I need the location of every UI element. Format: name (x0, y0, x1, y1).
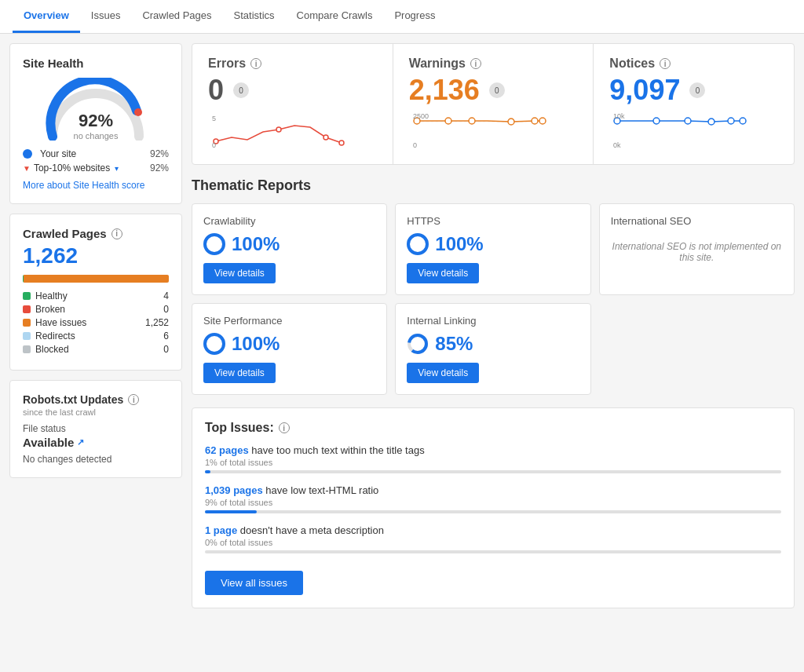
svg-text:0: 0 (413, 141, 417, 149)
crawled-pages-card: Crawled Pages i 1,262 Healthy 4 (9, 214, 182, 371)
top-navigation: Overview Issues Crawled Pages Statistics… (0, 0, 804, 34)
errors-badge: 0 (233, 82, 249, 98)
issue-bar-track-1 (205, 470, 781, 473)
svg-point-18 (685, 118, 691, 124)
more-about-health-link[interactable]: More about Site Health score (23, 180, 169, 191)
your-site-value: 92% (150, 148, 169, 159)
robots-card: Robots.txt Updates i since the last craw… (9, 380, 182, 478)
svg-point-0 (134, 108, 142, 116)
tab-crawled-pages[interactable]: Crawled Pages (131, 0, 222, 33)
robots-no-changes: No changes detected (23, 454, 169, 465)
top10-value: 92% (150, 163, 169, 173)
blocked-label: Blocked (35, 344, 69, 355)
https-view-details-btn[interactable]: View details (407, 263, 479, 283)
issue-sub-1: 1% of total issues (205, 458, 781, 467)
issues-dot (23, 319, 31, 327)
top10-dropdown-icon[interactable]: ▾ (115, 164, 119, 173)
redirects-dot (23, 332, 31, 340)
healthy-dot (23, 292, 31, 300)
right-column: Errors i 0 0 5 0 (192, 43, 795, 608)
warnings-metric: Warnings i 2,136 0 2500 0 (393, 44, 594, 164)
site-performance-title: Site Performance (203, 315, 375, 327)
svg-point-20 (728, 118, 734, 124)
crawl-blocked-row: Blocked 0 (23, 344, 169, 355)
top10-label: Top-10% websites (34, 163, 110, 173)
crawled-pages-info-icon[interactable]: i (111, 228, 122, 239)
notices-value: 9,097 (609, 74, 680, 107)
crawl-healthy-row: Healthy 4 (23, 290, 169, 301)
top10-arrow-icon: ▼ (23, 164, 31, 173)
view-all-issues-btn[interactable]: View all issues (205, 571, 303, 595)
issue-link-2[interactable]: 1,039 pages (205, 484, 263, 496)
svg-point-11 (508, 119, 514, 125)
gauge-percentage: 92% (74, 111, 119, 131)
intl-seo-note: International SEO is not implemented on … (611, 233, 783, 263)
errors-value: 0 (208, 74, 224, 107)
notices-badge: 0 (689, 82, 705, 98)
svg-point-12 (532, 118, 538, 124)
issue-sub-2: 9% of total issues (205, 498, 781, 507)
svg-point-17 (653, 118, 660, 124)
tab-overview[interactable]: Overview (13, 0, 80, 33)
svg-point-19 (708, 119, 714, 125)
crawl-broken-row: Broken 0 (23, 304, 169, 315)
internal-linking-view-details-btn[interactable]: View details (407, 363, 479, 383)
issue-text-2: 1,039 pages have low text-HTML ratio (205, 484, 781, 496)
robots-sub: since the last crawl (23, 407, 169, 417)
your-site-dot (23, 149, 32, 159)
warnings-info-icon[interactable]: i (470, 58, 481, 69)
issue-bar-track-3 (205, 550, 781, 553)
errors-info-icon[interactable]: i (250, 58, 261, 69)
crawlability-view-details-btn[interactable]: View details (203, 263, 276, 283)
robots-available: Available ↗ (23, 436, 169, 449)
warnings-title: Warnings i (409, 57, 578, 71)
issue-link-3[interactable]: 1 page (205, 524, 237, 536)
top-issues-info-icon[interactable]: i (279, 422, 290, 433)
svg-text:5: 5 (212, 115, 216, 122)
top-issues-section: Top Issues: i 62 pages have too much tex… (192, 407, 795, 608)
notices-chart: 10k 0k (609, 110, 751, 149)
svg-point-3 (323, 135, 328, 140)
healthy-label: Healthy (35, 290, 68, 301)
https-circle (407, 233, 429, 255)
site-performance-view-details-btn[interactable]: View details (203, 363, 276, 383)
report-site-performance: Site Performance 100% View details (192, 303, 387, 395)
tab-statistics[interactable]: Statistics (223, 0, 286, 33)
robots-info-icon[interactable]: i (128, 394, 139, 405)
issue-row-2: 1,039 pages have low text-HTML ratio 9% … (205, 484, 781, 513)
issue-text-3: 1 page doesn't have a meta description (205, 524, 781, 536)
svg-point-10 (469, 118, 475, 124)
gauge-container: 92% no changes (23, 78, 169, 141)
errors-metric: Errors i 0 0 5 0 (192, 44, 393, 164)
errors-chart: 5 0 (208, 110, 349, 149)
warnings-chart: 2500 0 (409, 110, 550, 149)
top10-legend: ▼ Top-10% websites ▾ 92% (23, 163, 169, 173)
crawlability-pct: 100% (203, 233, 375, 255)
crawled-bar-stack (23, 275, 169, 283)
notices-info-icon[interactable]: i (660, 58, 671, 69)
tab-compare-crawls[interactable]: Compare Crawls (286, 0, 384, 33)
issue-link-1[interactable]: 62 pages (205, 444, 249, 456)
crawl-legend: Healthy 4 Broken 0 Have issues (23, 290, 169, 355)
issue-bar-track-2 (205, 510, 781, 513)
report-crawlability: Crawlability 100% View details (192, 203, 387, 295)
thematic-reports-section: Thematic Reports Crawlability 100% View … (192, 177, 795, 395)
site-health-card: Site Health 92% no changes (9, 43, 182, 204)
svg-point-21 (740, 118, 746, 124)
tab-progress[interactable]: Progress (383, 0, 446, 33)
broken-dot (23, 305, 31, 313)
broken-value: 0 (163, 304, 169, 315)
issues-label: Have issues (35, 317, 86, 328)
external-link-icon[interactable]: ↗ (77, 437, 84, 447)
gauge-sub-text: no changes (74, 131, 119, 141)
issue-sub-3: 0% of total issues (205, 538, 781, 547)
crawlability-title: Crawlability (203, 215, 375, 227)
svg-point-2 (276, 127, 281, 132)
tab-issues[interactable]: Issues (80, 0, 132, 33)
top-issues-title: Top Issues: i (205, 421, 781, 435)
broken-label: Broken (35, 304, 65, 315)
main-layout: Site Health 92% no changes (0, 34, 804, 618)
redirects-value: 6 (163, 331, 169, 341)
thematic-reports-title: Thematic Reports (192, 177, 795, 194)
robots-file-label: File status (23, 423, 169, 434)
